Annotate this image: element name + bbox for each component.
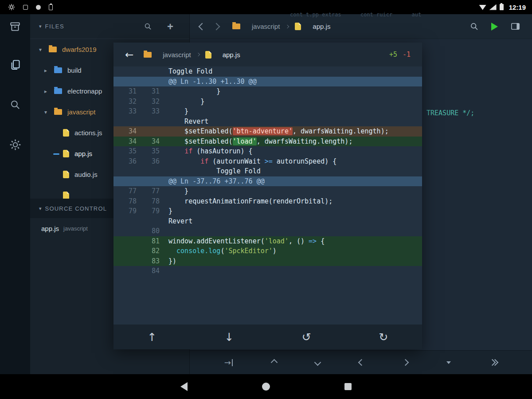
old-line-number: 34 xyxy=(113,137,137,147)
caret-down-icon[interactable]: ▾ xyxy=(39,23,42,29)
old-line-number xyxy=(113,117,137,127)
diff-hunk-header[interactable]: @@ Ln -37..76 +37..76 @@ xyxy=(113,176,422,187)
new-file-button[interactable]: + xyxy=(167,21,173,32)
previous-change-button[interactable]: ↑ xyxy=(148,332,157,343)
modified-marker xyxy=(53,151,63,157)
old-line-number xyxy=(113,236,137,246)
file-search-icon[interactable] xyxy=(144,22,152,31)
nav-back-button[interactable] xyxy=(199,23,206,30)
old-line-number: 78 xyxy=(113,196,137,207)
diff-row-added: 81window.addEventListener('load', () => … xyxy=(113,236,422,246)
new-line-number: 83 xyxy=(137,256,160,266)
old-line-number: 34 xyxy=(113,126,137,137)
arrow-up-key-button[interactable] xyxy=(270,359,278,366)
diff-row-ctx: 3535 if (hasAutorun) { xyxy=(113,146,422,156)
editor-visible-code: TREASURE */; xyxy=(426,109,474,117)
folder-icon xyxy=(54,88,62,94)
source-control-title: SOURCE CONTROL xyxy=(45,205,107,212)
new-line-number xyxy=(137,126,160,137)
android-status-bar: 12:19 xyxy=(0,0,532,14)
diff-row-ctx: 80 xyxy=(113,226,422,236)
caret-right-icon[interactable]: ▸ xyxy=(44,67,54,74)
new-line-number: 32 xyxy=(137,97,160,107)
tab-key-button[interactable]: → xyxy=(224,359,233,367)
dropdown-button[interactable] xyxy=(446,361,451,364)
tree-item-label: build xyxy=(67,66,82,74)
toggle-preview-panel-icon[interactable] xyxy=(510,21,520,31)
old-line-number xyxy=(113,66,137,77)
arrow-down-key-button[interactable] xyxy=(314,359,321,366)
code-line: requestAnimationFrame(renderOrbital); xyxy=(168,196,422,207)
caret-right-icon[interactable]: ▸ xyxy=(44,88,54,94)
new-line-number xyxy=(137,166,160,176)
status-clipboard-icon xyxy=(49,4,53,10)
diff-action-toggle-fold[interactable]: Toggle Fold xyxy=(113,66,422,77)
sidebar-item-files[interactable] xyxy=(0,52,30,77)
nav-forward-button[interactable] xyxy=(213,23,220,30)
diff-action-revert[interactable]: Revert xyxy=(113,117,422,127)
new-line-number: 34 xyxy=(137,137,160,147)
tree-item-label: audio.js xyxy=(74,171,98,178)
double-chevron-right-button[interactable] xyxy=(490,360,497,365)
diff-row-ctx: 7979} xyxy=(113,206,422,216)
sidebar-item-projects[interactable] xyxy=(0,14,30,39)
breadcrumb-file[interactable]: app.js xyxy=(313,23,330,30)
android-home-button[interactable] xyxy=(262,383,270,391)
breadcrumb-folder[interactable]: javascript xyxy=(252,23,280,30)
folder-icon xyxy=(144,52,152,58)
next-change-button[interactable]: ↓ xyxy=(225,332,234,343)
editor-search-icon[interactable] xyxy=(469,22,479,31)
code-line xyxy=(168,266,422,276)
new-line-number: 80 xyxy=(137,226,160,236)
sidebar-item-search[interactable] xyxy=(0,92,30,117)
diff-row-ctx: 7777 } xyxy=(113,186,422,196)
diff-viewer-overlay: ← javascript app.js +5 -1 Toggle Fold@@ … xyxy=(113,43,422,349)
new-line-number: 77 xyxy=(137,186,160,196)
diff-row-added: 3434 $setEnabled('load', dwarfsWaiting.l… xyxy=(113,137,422,147)
arrow-left-key-button[interactable] xyxy=(358,359,365,366)
tree-item-label: dwarfs2019 xyxy=(62,46,97,53)
diff-action-toggle-fold[interactable]: Toggle Fold xyxy=(113,166,422,176)
code-line: } xyxy=(168,86,422,97)
new-line-number: 78 xyxy=(137,196,160,207)
caret-down-icon[interactable]: ▾ xyxy=(44,109,54,115)
hunk-range-label: @@ Ln -1..30 +1..30 @@ xyxy=(168,77,422,87)
android-nav-bar xyxy=(0,374,532,399)
run-button[interactable] xyxy=(491,23,498,31)
code-line: if (hasAutorun) { xyxy=(168,146,422,156)
tree-item-label: app.js xyxy=(74,150,92,157)
diff-hunk-header[interactable]: @@ Ln -1..30 +1..30 @@ xyxy=(113,77,422,87)
arrow-right-key-button[interactable] xyxy=(402,359,409,366)
sidebar-item-settings[interactable] xyxy=(0,132,30,157)
old-line-number xyxy=(113,216,137,227)
code-line: Revert xyxy=(168,117,422,127)
files-panel-title: FILES xyxy=(45,23,65,30)
status-notification-icon xyxy=(23,5,28,10)
diff-row-added: 83}) xyxy=(113,256,422,266)
undo-button[interactable]: ↺ xyxy=(302,332,311,343)
file-icon xyxy=(63,129,69,137)
file-icon xyxy=(63,192,69,199)
old-line-number: 32 xyxy=(113,97,137,107)
diff-action-revert[interactable]: Revert xyxy=(113,216,422,227)
diff-row-ctx: 3131 } xyxy=(113,86,422,97)
new-line-number xyxy=(137,117,160,127)
caret-down-icon[interactable]: ▾ xyxy=(39,206,42,211)
code-line: if (autorunWait >= autorunSpeed) { xyxy=(168,156,422,167)
back-arrow-button[interactable]: ← xyxy=(125,50,133,60)
android-back-button[interactable] xyxy=(180,382,188,391)
android-recents-button[interactable] xyxy=(344,383,352,390)
old-line-number: 33 xyxy=(113,106,137,117)
additions-count: +5 xyxy=(389,51,397,59)
editor-bottom-toolbar: → xyxy=(190,350,532,374)
code-line: Toggle Fold xyxy=(168,166,422,176)
hunk-range-label: @@ Ln -37..76 +37..76 @@ xyxy=(168,176,422,187)
old-line-number xyxy=(113,256,137,266)
code-line: $setEnabled('btn-adventure', dwarfsWaiti… xyxy=(168,126,422,137)
file-icon xyxy=(63,150,69,157)
folder-icon xyxy=(54,67,62,73)
code-line: console.log('SpckEditor') xyxy=(168,246,422,256)
caret-down-icon[interactable]: ▾ xyxy=(39,47,49,53)
redo-button[interactable]: ↻ xyxy=(379,332,388,343)
files-copy-icon xyxy=(9,59,21,71)
